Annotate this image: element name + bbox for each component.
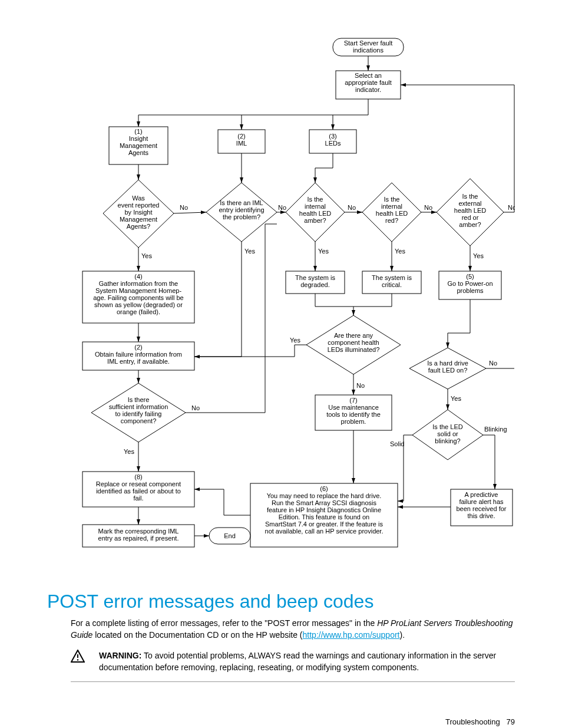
svg-text:Is there an IMLentry identifyi: Is there an IMLentry identifyingthe prob… xyxy=(219,199,264,220)
warning-body: To avoid potential problems, ALWAYS read… xyxy=(99,651,496,672)
svg-text:(2)IML: (2)IML xyxy=(236,133,247,147)
svg-text:The system isdegraded.: The system isdegraded. xyxy=(295,274,335,288)
svg-text:Yes: Yes xyxy=(395,248,405,255)
svg-text:Yes: Yes xyxy=(451,395,461,402)
svg-text:No: No xyxy=(278,204,286,211)
intro-text-post: located on the Documentation CD or on th… xyxy=(95,630,297,640)
page-footer: Troubleshooting 79 xyxy=(47,717,515,726)
intro-text-pre: For a complete listing of error messages… xyxy=(71,618,375,628)
footer-section: Troubleshooting xyxy=(445,717,500,726)
svg-text:No: No xyxy=(424,204,432,211)
warning-label: WARNING: xyxy=(99,651,141,660)
warning-text: WARNING: To avoid potential problems, AL… xyxy=(99,650,515,674)
svg-text:No: No xyxy=(489,360,497,367)
svg-text:(6)You may need to replace the: (6)You may need to replace the hard driv… xyxy=(265,485,384,535)
svg-point-97 xyxy=(77,659,79,661)
svg-text:Yes: Yes xyxy=(318,248,329,255)
intro-paragraph: For a complete listing of error messages… xyxy=(71,617,515,641)
svg-text:Yes: Yes xyxy=(473,252,484,259)
svg-text:Yes: Yes xyxy=(290,337,300,344)
svg-text:No: No xyxy=(356,382,365,389)
svg-text:Mark the corresponding IMLentr: Mark the corresponding IMLentry as repai… xyxy=(98,528,179,542)
svg-text:Blinking: Blinking xyxy=(484,426,507,433)
section-heading: POST error messages and beep codes xyxy=(47,591,515,612)
svg-text:No: No xyxy=(348,204,356,211)
svg-line-62 xyxy=(174,212,206,213)
svg-text:Is a hard drivefault LED on?: Is a hard drivefault LED on? xyxy=(427,360,468,374)
svg-text:Yes: Yes xyxy=(141,252,152,259)
svg-text:End: End xyxy=(224,532,236,539)
support-link[interactable]: http://www.hp.com/support xyxy=(303,630,400,640)
svg-text:Are there anycomponent healthL: Are there anycomponent healthLEDs illumi… xyxy=(328,332,380,353)
footer-page-number: 79 xyxy=(507,717,515,726)
flowchart-diagram: Start Server faultindications Select ana… xyxy=(47,35,515,578)
svg-text:Yes: Yes xyxy=(124,448,134,455)
svg-text:Solid: Solid xyxy=(390,440,404,447)
warning-icon xyxy=(71,650,99,665)
svg-text:No: No xyxy=(508,204,515,211)
svg-text:No: No xyxy=(180,204,188,211)
svg-text:No: No xyxy=(191,404,200,411)
svg-text:Yes: Yes xyxy=(244,248,255,255)
